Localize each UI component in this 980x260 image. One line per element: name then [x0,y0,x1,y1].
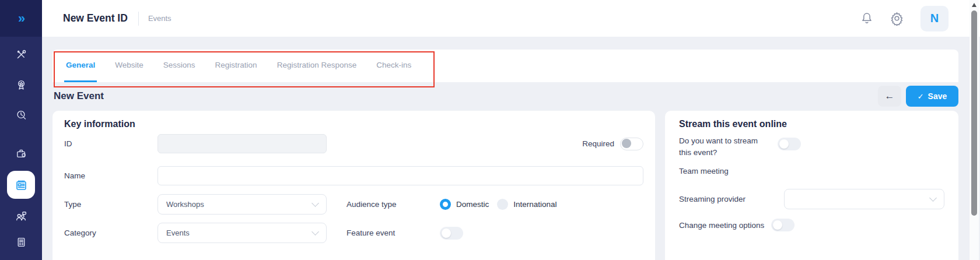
history-clock-icon [15,109,27,121]
stream-question-row: Do you want to stream this event? [679,135,944,159]
team-meeting-row: Team meeting [679,166,944,176]
user-avatar[interactable]: N [921,6,949,31]
notifications-bell-icon[interactable] [860,12,873,25]
chevron-down-icon [312,199,319,207]
radio-domestic-label: Domestic [456,200,489,209]
page-title: New Event [54,90,104,102]
id-row: ID Required [64,134,643,153]
settings-gear-icon[interactable] [890,11,904,26]
name-label: Name [64,171,158,180]
audience-type-label: Audience type [346,200,440,209]
sidebar-item-events-active[interactable] [7,171,35,199]
sidebar-item-billing[interactable] [0,236,42,248]
tab-check-ins[interactable]: Check-ins [374,50,413,82]
toggle-knob [773,220,782,230]
sidebar-item-tools[interactable] [0,48,42,61]
team-meeting-label: Team meeting [679,167,729,175]
streaming-provider-row: Streaming provider [679,189,944,209]
breadcrumb: Events [148,14,172,23]
type-select[interactable]: Workshops [158,194,327,215]
briefcase-icon [15,147,27,160]
stream-card: Stream this event online Do you want to … [665,111,958,260]
app-window: » [0,0,980,260]
tab-registration[interactable]: Registration [214,50,259,82]
radio-international-label: International [513,200,556,209]
category-select-value: Events [166,229,190,237]
id-input [158,134,327,153]
radio-international[interactable] [497,199,508,210]
change-meeting-options-toggle[interactable] [771,219,794,231]
audience-radio-group: Domestic International [440,199,565,210]
stream-heading: Stream this event online [679,118,944,131]
required-label: Required [582,139,614,148]
expand-sidebar-icon[interactable]: » [18,12,24,25]
name-row: Name [64,166,643,185]
header-actions: N [860,6,949,31]
back-button[interactable]: ← [878,86,901,107]
title-divider [138,12,139,26]
sidebar-item-community[interactable] [0,210,42,223]
tools-icon [15,48,27,61]
community-people-icon [15,210,27,223]
sidebar-item-awards[interactable] [0,79,42,91]
category-label: Category [64,229,158,237]
sidebar-item-history[interactable] [0,109,42,121]
save-button-label: Save [928,92,947,101]
sidebar-item-workspace[interactable] [0,147,42,160]
award-badge-icon [15,79,27,91]
tab-registration-response[interactable]: Registration Response [275,50,359,82]
scrollbar-thumb[interactable] [971,10,977,216]
category-row: Category Events Feature event [64,223,643,243]
name-input[interactable] [158,166,643,185]
sidebar-header: » [0,0,42,37]
stream-toggle[interactable] [778,138,801,150]
tab-general[interactable]: General [64,50,97,82]
toggle-knob [622,139,631,148]
billing-invoice-icon [15,236,27,248]
feature-event-label: Feature event [346,229,440,237]
events-calendar-icon [15,178,28,192]
type-label: Type [64,200,158,209]
change-meeting-options-row: Change meeting options [679,219,944,231]
action-buttons: ← ✓ Save [878,86,958,107]
change-meeting-options-label: Change meeting options [679,221,764,230]
action-row: New Event ← ✓ Save [52,85,958,108]
category-select[interactable]: Events [158,223,327,243]
key-information-heading: Key information [64,118,643,131]
event-tabs: General Website Sessions Registration Re… [52,50,958,82]
top-header: New Event ID Events N [42,0,980,37]
toggle-knob [779,139,789,149]
required-group: Required [582,138,643,150]
tab-website[interactable]: Website [113,50,145,82]
type-row: Type Workshops Audience type Domestic In… [64,194,643,215]
chevron-down-icon [929,194,937,202]
toggle-knob [442,229,451,238]
page-header-title: New Event ID [63,12,128,24]
required-toggle[interactable] [620,138,643,150]
vertical-scrollbar [970,0,979,260]
key-information-card: Key information ID Required Name Type Wo… [52,111,655,260]
feature-event-toggle[interactable] [440,227,463,240]
tab-sessions[interactable]: Sessions [162,50,197,82]
id-label: ID [64,139,158,148]
type-select-value: Workshops [166,200,204,209]
streaming-provider-select[interactable] [784,189,944,209]
radio-domestic[interactable] [440,199,451,210]
chevron-down-icon [312,228,319,236]
sidebar: » [0,0,42,260]
streaming-provider-label: Streaming provider [679,195,784,203]
stream-question-label: Do you want to stream this event? [679,135,769,159]
scroll-up-arrow[interactable] [972,3,977,7]
save-button[interactable]: ✓ Save [906,86,958,107]
check-icon: ✓ [918,92,924,101]
